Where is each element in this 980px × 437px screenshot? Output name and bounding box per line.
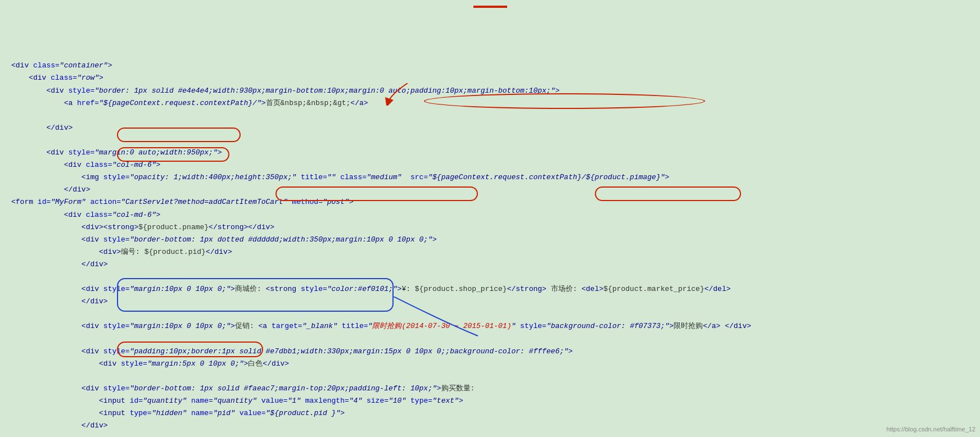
code-editor: <div class="container"> <div class="row"… — [11, 10, 969, 437]
code-line-l26 — [11, 370, 969, 383]
code-line-l11: </div> — [11, 184, 969, 196]
code-line-l27: <div style="border-bottom: 1px solid #fa… — [11, 383, 969, 395]
code-line-l24: <div style="padding:10px;border:1px soli… — [11, 345, 969, 358]
code-line-l29: <input type="hidden" name="pid" value="$… — [11, 407, 969, 420]
code-line-l1: <div class="container"> — [11, 60, 969, 72]
code-line-l7 — [11, 134, 969, 147]
code-line-l4: <a href="${pageContext.request.contextPa… — [11, 97, 969, 110]
code-line-l6: </div> — [11, 122, 969, 134]
code-line-l15: <div style="border-bottom: 1px dotted #d… — [11, 234, 969, 246]
code-line-l3: <div style="border: 1px solid #e4e4e4;wi… — [11, 85, 969, 97]
code-line-l5 — [11, 110, 969, 122]
code-line-l22: <div style="margin:10px 0 10px 0;">促销: <… — [11, 320, 969, 333]
code-line-l19: <div style="margin:10px 0 10px 0;">商城价: … — [11, 283, 969, 295]
code-line-l28: <input id="quantity" name="quantity" val… — [11, 395, 969, 407]
code-line-l31 — [11, 432, 969, 437]
watermark: https://blog.csdn.net/halftime_12 — [887, 426, 976, 433]
code-line-l12: <form id="MyForm" action="CartServlet?me… — [11, 196, 969, 208]
code-line-l17: </div> — [11, 258, 969, 271]
code-line-l9: <div class="col-md-6"> — [11, 159, 969, 171]
code-line-l13: <div class="col-md-6"> — [11, 209, 969, 221]
code-line-l18 — [11, 271, 969, 283]
code-line-l21 — [11, 308, 969, 320]
code-line-l23 — [11, 333, 969, 345]
code-lines: <div class="container"> <div class="row"… — [11, 60, 969, 437]
code-line-l2: <div class="row"> — [11, 72, 969, 84]
code-line-l20: </div> — [11, 295, 969, 308]
code-line-l10: <img style="opacity: 1;width:400px;heigh… — [11, 171, 969, 184]
code-line-l30: </div> — [11, 420, 969, 432]
code-line-l25: <div style="margin:5px 0 10px 0;">白色</di… — [11, 358, 969, 370]
code-line-l8: <div style="margin:0 auto;width:950px;"> — [11, 147, 969, 159]
code-line-l14: <div><strong>${product.pname}</strong></… — [11, 221, 969, 234]
code-line-l16: <div>编号: ${product.pid}</div> — [11, 246, 969, 258]
top-bar-decoration — [473, 6, 507, 8]
